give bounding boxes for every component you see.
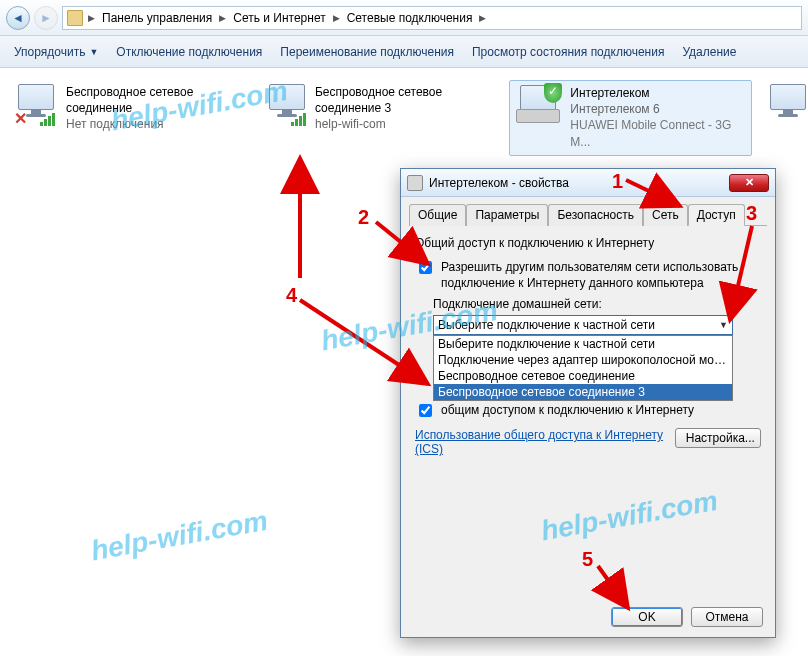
- connections-list: ✕ Беспроводное сетевое соединение Нет по…: [0, 68, 808, 168]
- chevron-right-icon: ▶: [216, 13, 229, 23]
- x-icon: ✕: [14, 109, 27, 128]
- tab-panel-sharing: Общий доступ к подключению к Интернету Р…: [401, 226, 775, 464]
- toolbar-delete[interactable]: Удаление: [682, 45, 736, 59]
- shield-icon: [544, 83, 562, 103]
- chevron-right-icon: ▶: [330, 13, 343, 23]
- chevron-right-icon: ▶: [85, 13, 98, 23]
- tab-network[interactable]: Сеть: [643, 204, 688, 226]
- dropdown-option-selected[interactable]: Беспроводное сетевое соединение 3: [434, 384, 732, 400]
- tab-general[interactable]: Общие: [409, 204, 466, 226]
- dialog-footer: OK Отмена: [611, 607, 763, 627]
- allow-sharing-checkbox[interactable]: [419, 261, 432, 274]
- chevron-right-icon: ▶: [476, 13, 489, 23]
- dialog-title: Интертелеком - свойства: [429, 176, 569, 190]
- dialog-titlebar[interactable]: Интертелеком - свойства ✕: [401, 169, 775, 197]
- close-button[interactable]: ✕: [729, 174, 769, 192]
- tab-parameters[interactable]: Параметры: [466, 204, 548, 226]
- dropdown-option[interactable]: Подключение через адаптер широкополосной…: [434, 352, 732, 368]
- connection-item-wireless3[interactable]: Беспроводное сетевое соединение 3 help-w…: [259, 80, 502, 156]
- dropdown-option[interactable]: Беспроводное сетевое соединение: [434, 368, 732, 384]
- connection-item-wireless[interactable]: ✕ Беспроводное сетевое соединение Нет по…: [8, 80, 251, 156]
- organize-menu[interactable]: Упорядочить ▼: [14, 45, 98, 59]
- network-icon: ✕: [12, 84, 56, 124]
- toolbar-disable[interactable]: Отключение подключения: [116, 45, 262, 59]
- settings-button[interactable]: Настройка...: [675, 428, 761, 448]
- address-bar: ◄ ► ▶ Панель управления ▶ Сеть и Интерне…: [0, 0, 808, 36]
- connection-item-intertelecom[interactable]: Интертелеком Интертелеком 6 HUAWEI Mobil…: [509, 80, 752, 156]
- section-heading: Общий доступ к подключению к Интернету: [415, 236, 761, 250]
- allow-control-checkbox[interactable]: [419, 404, 432, 417]
- modem-icon: [516, 109, 560, 123]
- properties-dialog: Интертелеком - свойства ✕ Общие Параметр…: [400, 168, 776, 638]
- allow-control-label: общим доступом к подключению к Интернету: [441, 403, 694, 419]
- connection-title: Беспроводное сетевое соединение 3: [315, 84, 497, 116]
- connection-device: help-wifi-com: [315, 116, 497, 132]
- chevron-down-icon: ▼: [89, 47, 98, 57]
- toolbar-rename[interactable]: Переименование подключения: [280, 45, 454, 59]
- connection-status: Интертелеком 6: [570, 101, 747, 117]
- allow-sharing-label: Разрешить другим пользователям сети испо…: [441, 260, 761, 291]
- connection-title: Беспроводное сетевое соединение: [66, 84, 247, 116]
- network-icon: [263, 84, 305, 124]
- dialog-icon: [407, 175, 423, 191]
- connection-item-partial[interactable]: [760, 80, 800, 156]
- cancel-button[interactable]: Отмена: [691, 607, 763, 627]
- breadcrumb-item[interactable]: Сеть и Интернет: [231, 11, 327, 25]
- command-bar: Упорядочить ▼ Отключение подключения Пер…: [0, 36, 808, 68]
- allow-sharing-row: Разрешить другим пользователям сети испо…: [415, 260, 761, 291]
- network-icon: [764, 84, 796, 124]
- ok-button[interactable]: OK: [611, 607, 683, 627]
- toolbar-status[interactable]: Просмотр состояния подключения: [472, 45, 664, 59]
- breadcrumb-item[interactable]: Сетевые подключения: [345, 11, 475, 25]
- tab-sharing[interactable]: Доступ: [688, 204, 745, 226]
- ics-link[interactable]: Использование общего доступа к Интернету…: [415, 428, 675, 456]
- breadcrumb-item[interactable]: Панель управления: [100, 11, 214, 25]
- allow-control-row: общим доступом к подключению к Интернету: [415, 403, 761, 420]
- chevron-down-icon: ▼: [719, 320, 728, 330]
- connection-title: Интертелеком: [570, 85, 747, 101]
- watermark: help-wifi.com: [89, 505, 271, 568]
- annotation-4: 4: [286, 284, 297, 307]
- annotation-2: 2: [358, 206, 369, 229]
- organize-label: Упорядочить: [14, 45, 85, 59]
- tab-security[interactable]: Безопасность: [548, 204, 643, 226]
- connection-status: Нет подключения: [66, 116, 247, 132]
- tab-bar: Общие Параметры Безопасность Сеть Доступ: [409, 203, 767, 226]
- back-button[interactable]: ◄: [6, 6, 30, 30]
- forward-button[interactable]: ►: [34, 6, 58, 30]
- combo-selected: Выберите подключение к частной сети: [438, 318, 655, 332]
- home-network-combo[interactable]: Выберите подключение к частной сети ▼: [433, 315, 733, 335]
- home-network-label: Подключение домашней сети:: [433, 297, 761, 311]
- folder-icon: [67, 10, 83, 26]
- connection-device: HUAWEI Mobile Connect - 3G M...: [570, 117, 747, 149]
- network-icon: [514, 85, 560, 125]
- dropdown-option[interactable]: Выберите подключение к частной сети: [434, 336, 732, 352]
- home-network-dropdown: Выберите подключение к частной сети Подк…: [433, 335, 733, 401]
- breadcrumb[interactable]: ▶ Панель управления ▶ Сеть и Интернет ▶ …: [62, 6, 802, 30]
